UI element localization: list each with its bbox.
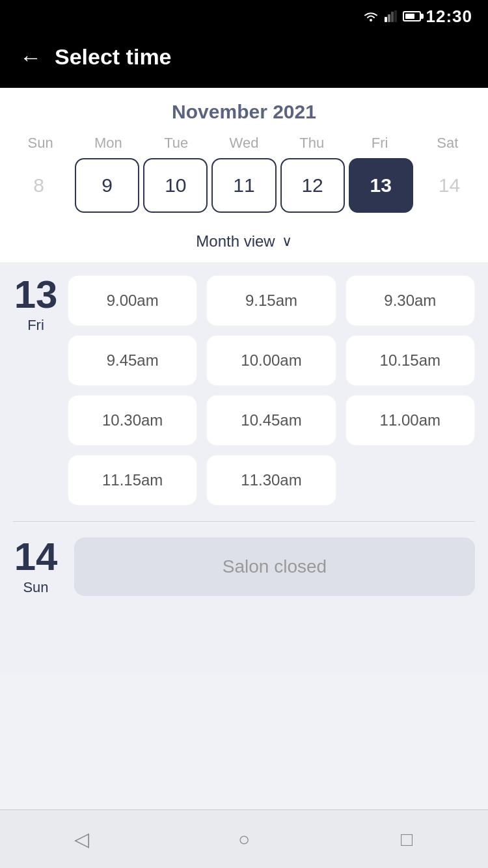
svg-rect-4 — [394, 10, 397, 22]
time-slot-915am[interactable]: 9.15am — [206, 275, 336, 326]
back-nav-icon: ◁ — [74, 828, 89, 850]
day-cell-9[interactable]: 9 — [75, 158, 139, 213]
status-icons: 12:30 — [362, 7, 473, 27]
day-name-mon: Mon — [74, 135, 142, 152]
day-name-tue: Tue — [142, 135, 210, 152]
svg-rect-2 — [388, 14, 390, 22]
calendar-month: November 2021 — [0, 101, 488, 123]
day-13-section: 13 Fri 9.00am 9.15am 9.30am 9.45am 10.00… — [13, 275, 475, 506]
time-slot-1100am[interactable]: 11.00am — [346, 395, 475, 446]
day-13-number: 13 — [14, 275, 58, 314]
slots-section: 13 Fri 9.00am 9.15am 9.30am 9.45am 10.00… — [0, 262, 488, 674]
svg-rect-1 — [385, 17, 387, 22]
day-14-label: 14 Sun — [13, 537, 59, 596]
calendar-week: 8 9 10 11 12 13 14 — [0, 158, 488, 223]
chevron-down-icon: ∨ — [282, 233, 292, 250]
calendar-days-header: Sun Mon Tue Wed Thu Fri Sat — [0, 135, 488, 152]
day-name-sun: Sun — [7, 135, 74, 152]
salon-closed-box: Salon closed — [74, 537, 475, 596]
day-14-section: 14 Sun Salon closed — [13, 537, 475, 616]
day-cell-11[interactable]: 11 — [211, 158, 276, 213]
time-slot-1015am[interactable]: 10.15am — [346, 335, 475, 386]
back-button[interactable]: ← — [20, 46, 42, 68]
time-slot-900am[interactable]: 9.00am — [68, 275, 197, 326]
time-slot-1000am[interactable]: 10.00am — [206, 335, 336, 386]
header: ← Select time — [0, 33, 488, 88]
day-13-container: 13 Fri 9.00am 9.15am 9.30am 9.45am 10.00… — [13, 275, 475, 506]
day-14-name: Sun — [23, 579, 48, 596]
time-slot-1030am[interactable]: 10.30am — [68, 395, 197, 446]
day-cell-13[interactable]: 13 — [349, 158, 413, 213]
status-bar: 12:30 — [0, 0, 488, 33]
day-cell-12[interactable]: 12 — [280, 158, 345, 213]
time-slot-1130am[interactable]: 11.30am — [206, 455, 336, 506]
day-13-label: 13 Fri — [13, 275, 59, 506]
day-14-number: 14 — [14, 537, 58, 576]
day-cell-10[interactable]: 10 — [143, 158, 208, 213]
day-name-wed: Wed — [210, 135, 278, 152]
home-nav-icon: ○ — [238, 828, 250, 850]
battery-icon — [403, 11, 421, 21]
day-cell-8[interactable]: 8 — [7, 158, 71, 213]
day-name-fri: Fri — [346, 135, 413, 152]
time-slot-945am[interactable]: 9.45am — [68, 335, 197, 386]
recent-nav-icon: □ — [401, 828, 413, 850]
time-slot-1045am[interactable]: 10.45am — [206, 395, 336, 446]
calendar-section: November 2021 Sun Mon Tue Wed Thu Fri Sa… — [0, 88, 488, 262]
bottom-nav: ◁ ○ □ — [0, 809, 488, 868]
month-view-label: Month view — [196, 232, 275, 251]
day-name-thu: Thu — [278, 135, 346, 152]
day-name-sat: Sat — [414, 135, 481, 152]
bottom-spacer — [13, 616, 475, 674]
svg-point-0 — [370, 19, 372, 21]
nav-recent-button[interactable]: □ — [390, 823, 423, 856]
divider — [13, 521, 475, 522]
nav-home-button[interactable]: ○ — [228, 823, 260, 856]
day-cell-14[interactable]: 14 — [417, 158, 481, 213]
time-slot-930am[interactable]: 9.30am — [346, 275, 475, 326]
time-slot-1115am[interactable]: 11.15am — [68, 455, 197, 506]
wifi-icon — [362, 10, 379, 22]
status-time: 12:30 — [426, 7, 473, 27]
nav-back-button[interactable]: ◁ — [65, 823, 98, 856]
svg-rect-3 — [391, 12, 394, 22]
page-title: Select time — [55, 44, 172, 70]
salon-closed-label: Salon closed — [223, 556, 327, 577]
day-13-slots-wrapper: 9.00am 9.15am 9.30am 9.45am 10.00am 10.1… — [68, 275, 475, 506]
month-view-toggle[interactable]: Month view ∨ — [0, 223, 488, 262]
day-13-time-grid: 9.00am 9.15am 9.30am 9.45am 10.00am 10.1… — [68, 275, 475, 506]
signal-icon — [385, 10, 398, 22]
day-13-name: Fri — [27, 317, 44, 334]
